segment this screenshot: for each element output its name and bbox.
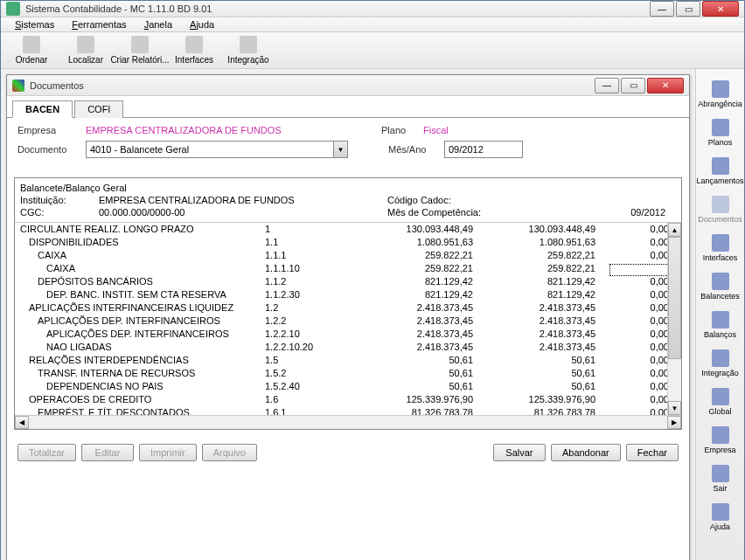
value-2: 130.093.448,49 (484, 223, 606, 236)
close-button[interactable]: ✕ (702, 1, 739, 17)
value-3: 0,00 (606, 288, 676, 301)
mesano-input[interactable] (444, 141, 523, 158)
minimize-button[interactable]: — (650, 1, 674, 17)
inner-title: Documentos (30, 80, 595, 91)
value-3: 0,00 (606, 354, 676, 367)
inner-titlebar[interactable]: Documentos — ▭ ✕ (7, 75, 689, 96)
table-row[interactable]: CAIXA1.1.1.10259.822,21259.822,210 (15, 262, 681, 275)
table-row[interactable]: TRANSF. INTERNA DE RECURSOS1.5.250,6150,… (15, 367, 681, 380)
sidebar-item-global[interactable]: Global (698, 385, 743, 418)
sidebar-item-interfaces[interactable]: Interfaces (698, 232, 743, 265)
edit-cell[interactable] (609, 264, 671, 276)
menu-janela[interactable]: Janela (136, 17, 181, 31)
table-row[interactable]: APLICAÇÕES DEP. INTERFINANCEIROS1.2.22.4… (15, 315, 681, 328)
abandonar-button[interactable]: Abandonar (551, 444, 621, 461)
sidebar-item-label: Balanços (704, 330, 736, 339)
balancos-icon (712, 311, 729, 328)
scroll-left-icon[interactable]: ◀ (15, 416, 29, 429)
vertical-scrollbar[interactable]: ▲ ▼ (667, 223, 681, 415)
value-1: 50,61 (361, 380, 484, 393)
value-1: 50,61 (361, 367, 484, 380)
table-row[interactable]: DEPÓSITOS BANCÁRIOS1.1.2821.129,42821.12… (15, 275, 681, 288)
tab-bacen[interactable]: BACEN (12, 100, 73, 118)
account-name: CAIXA (20, 262, 265, 275)
menu-sistemas[interactable]: Sistemas (6, 17, 63, 31)
grid-body[interactable]: CIRCULANTE REALIZ. LONGO PRAZO1130.093.4… (15, 223, 681, 415)
table-row[interactable]: APLICAÇÕES INTERFINANCEIRAS LIQUIDEZ1.22… (15, 301, 681, 315)
account-name: TRANSF. INTERNA DE RECURSOS (20, 367, 265, 380)
account-name: APLICAÇÕES DEP. INTERFINANCEIROS (20, 328, 265, 341)
table-row[interactable]: CAIXA1.1.1259.822,21259.822,210,00 (15, 249, 681, 262)
salvar-button[interactable]: Salvar (493, 444, 546, 461)
grid: Balancete/Balanço Geral Instituição: EMP… (14, 177, 682, 430)
account-code: 1 (265, 223, 361, 236)
value-3: 0,00 (606, 367, 676, 380)
sidebar-item-label: Empresa (704, 446, 735, 454)
sidebar-item-lancamentos[interactable]: Lançamentos (698, 155, 743, 188)
table-row[interactable]: DEP. BANC. INSTIT. SEM CTA RESERVA1.1.2.… (15, 288, 681, 301)
table-row[interactable]: CIRCULANTE REALIZ. LONGO PRAZO1130.093.4… (15, 223, 681, 236)
sidebar-item-label: Lançamentos (696, 176, 743, 185)
scroll-up-icon[interactable]: ▲ (668, 223, 681, 237)
interfaces-button[interactable]: Interfaces (171, 34, 218, 66)
table-row[interactable]: OPERACOES DE CREDITO1.6125.339.976,90125… (15, 393, 681, 406)
tab-cofi[interactable]: COFI (74, 100, 123, 118)
table-row[interactable]: DISPONIBILIDADES1.11.080.951,631.080.951… (15, 236, 681, 249)
table-row[interactable]: NAO LIGADAS1.2.2.10.202.418.373,452.418.… (15, 341, 681, 354)
integracao-icon (240, 36, 257, 53)
account-code: 1.2.2.10 (265, 328, 361, 341)
main-window: Sistema Contabilidade - MC 1.11.0 BD 9.0… (0, 0, 745, 560)
documento-input[interactable] (87, 142, 333, 157)
scroll-thumb[interactable] (668, 237, 681, 359)
sidebar-item-integracao[interactable]: Integração (698, 347, 743, 380)
value-1: 821.129,42 (361, 275, 484, 288)
menubar: Sistemas Ferramentas Janela Ajuda (1, 17, 744, 32)
fechar-button[interactable]: Fechar (626, 444, 679, 461)
sidebar-item-abrangencia[interactable]: Abrangência (698, 78, 743, 111)
account-code: 1.1.1.10 (265, 262, 361, 275)
sidebar-item-sair[interactable]: Sair (698, 462, 743, 495)
documentos-window: Documentos — ▭ ✕ BACEN COFI Empresa EMPR… (6, 74, 690, 560)
value-2: 2.418.373,45 (484, 341, 606, 354)
scroll-down-icon[interactable]: ▼ (668, 401, 681, 415)
grid-header: Balancete/Balanço Geral Instituição: EMP… (15, 178, 681, 223)
value-1: 259.822,21 (361, 249, 484, 262)
sidebar-item-balancetes[interactable]: Balancetes (698, 270, 743, 303)
inner-close-button[interactable]: ✕ (647, 78, 684, 93)
maximize-button[interactable]: ▭ (676, 1, 700, 17)
titlebar[interactable]: Sistema Contabilidade - MC 1.11.0 BD 9.0… (1, 1, 744, 17)
grid-title: Balancete/Balanço Geral (20, 182, 127, 194)
account-name: CIRCULANTE REALIZ. LONGO PRAZO (20, 223, 265, 236)
account-code: 1.1.2 (265, 275, 361, 288)
plano-value: Fiscal (423, 125, 449, 135)
ordenar-button[interactable]: Ordenar (8, 34, 55, 66)
tool-label: Localizar (68, 55, 103, 65)
table-row[interactable]: RELAÇÕES INTERDEPENDÊNCIAS1.550,6150,610… (15, 354, 681, 367)
tool-label: Integração (227, 55, 268, 65)
menu-ferramentas[interactable]: Ferramentas (63, 17, 135, 31)
value-2: 50,61 (484, 367, 606, 380)
sidebar-item-empresa[interactable]: Empresa (698, 424, 743, 457)
sidebar-item-balancos[interactable]: Balanços (698, 308, 743, 342)
sidebar-item-planos[interactable]: Planos (698, 116, 743, 149)
table-row[interactable]: EMPRÉST. E TÍT. DESCONTADOS1.6.181.326.7… (15, 406, 681, 415)
criar-relatorio-button[interactable]: Criar Relatóri... (116, 34, 164, 66)
menu-ajuda[interactable]: Ajuda (181, 17, 223, 31)
localizar-button[interactable]: Localizar (62, 34, 109, 66)
integracao-button[interactable]: Integração (225, 34, 272, 66)
inner-maximize-button[interactable]: ▭ (621, 78, 645, 93)
sidebar-item-ajuda[interactable]: Ajuda (698, 501, 743, 534)
scroll-right-icon[interactable]: ▶ (667, 416, 681, 429)
value-3: 0,00 (606, 275, 676, 288)
chevron-down-icon[interactable]: ▼ (333, 142, 347, 157)
account-name: RELAÇÕES INTERDEPENDÊNCIAS (20, 354, 265, 367)
inner-minimize-button[interactable]: — (595, 78, 619, 93)
codigo-cadoc-label: Código Cadoc: (387, 194, 510, 206)
documento-combo[interactable]: ▼ (86, 141, 348, 158)
value-1: 2.418.373,45 (361, 341, 484, 354)
horizontal-scrollbar[interactable]: ◀ ▶ (15, 415, 681, 429)
value-1: 1.080.951,63 (361, 236, 484, 249)
table-row[interactable]: APLICAÇÕES DEP. INTERFINANCEIROS1.2.2.10… (15, 328, 681, 341)
value-1: 259.822,21 (361, 262, 484, 275)
table-row[interactable]: DEPENDENCIAS NO PAIS1.5.2.4050,6150,610,… (15, 380, 681, 393)
